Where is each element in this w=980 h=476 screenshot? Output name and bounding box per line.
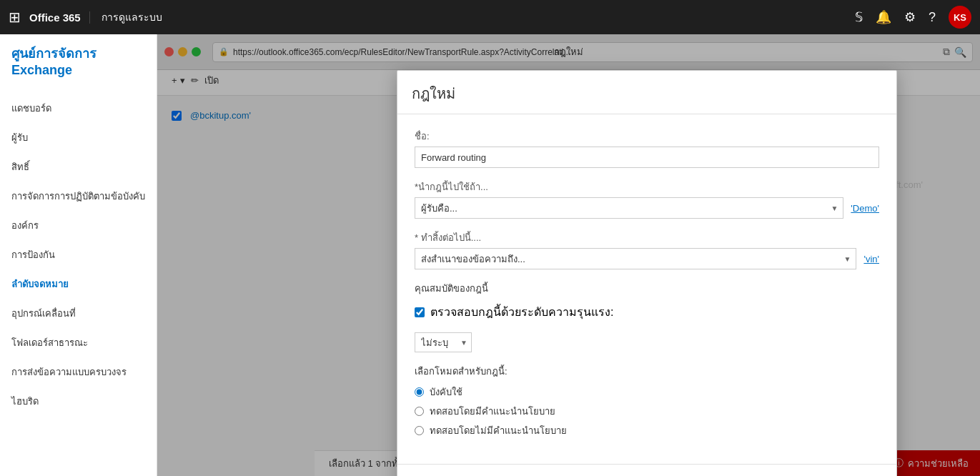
mode-title: เลือกโหมดสำหรับกฎนี้: <box>415 364 879 379</box>
dialog-title: กฎใหม่ <box>412 82 882 105</box>
audit-checkbox[interactable] <box>415 307 425 317</box>
help-icon[interactable]: ? <box>929 10 936 25</box>
name-input[interactable] <box>415 147 879 168</box>
new-rule-dialog: กฎใหม่ ชื่อ: *นำกฎนี้ไปใช้ถ้า... ผู้รับค… <box>397 70 897 476</box>
office-logo: Office 365 <box>29 11 90 24</box>
mode-label-1: ทดสอบโดยมีคำแนะนำนโยบาย <box>430 404 555 419</box>
audit-checkbox-row: ตรวจสอบกฎนี้ด้วยระดับความรุนแรง: <box>415 303 879 321</box>
action-row: ส่งสำเนาของข้อความถึง... ▼ 'vin' <box>415 248 879 269</box>
mode-label-2: ทดสอบโดยไม่มีคำแนะนำนโยบาย <box>430 423 567 438</box>
mode-section: เลือกโหมดสำหรับกฎนี้: บังคับใช้ ทดสอบโดย… <box>415 364 879 438</box>
action-select-wrap: ส่งสำเนาของข้อความถึง... ▼ <box>415 248 856 269</box>
sidebar-item-protection[interactable]: การป้องกัน <box>0 240 157 269</box>
dialog-body: ชื่อ: *นำกฎนี้ไปใช้ถ้า... ผู้รับคือ... ▼… <box>397 114 896 464</box>
topbar-icons: 𝕊 🔔 ⚙ ? KS <box>855 6 971 29</box>
action-label: * ทำสิ้งต่อไปนี้.... <box>415 230 879 245</box>
sidebar-item-rights[interactable]: สิทธิ์ <box>0 152 157 182</box>
main-layout: ศูนย์การจัดการ Exchange แดชบอร์ด ผู้รับ … <box>0 34 980 476</box>
mode-option-1: ทดสอบโดยมีคำแนะนำนโยบาย <box>415 404 879 419</box>
mode-radio-2[interactable] <box>415 426 424 435</box>
action-group: * ทำสิ้งต่อไปนี้.... ส่งสำเนาของข้อความถ… <box>415 230 879 269</box>
apply-link[interactable]: 'Demo' <box>851 203 879 214</box>
properties-title: คุณสมบัติของกฎนี้ <box>415 281 879 296</box>
apply-label: *นำกฎนี้ไปใช้ถ้า... <box>415 179 879 194</box>
mode-option-2: ทดสอบโดยไม่มีคำแนะนำนโยบาย <box>415 423 879 438</box>
content-area: กฎ การ... + ▾ ✏ เปิด @bckitup.com' ความถ… <box>157 34 980 476</box>
action-select[interactable]: ส่งสำเนาของข้อความถึง... <box>415 248 856 269</box>
sidebar: ศูนย์การจัดการ Exchange แดชบอร์ด ผู้รับ … <box>0 34 157 476</box>
properties-section: คุณสมบัติของกฎนี้ ตรวจสอบกฎนี้ด้วยระดับค… <box>415 281 879 352</box>
sidebar-item-recipients[interactable]: ผู้รับ <box>0 123 157 152</box>
mode-option-0: บังคับใช้ <box>415 385 879 400</box>
name-field-group: ชื่อ: <box>415 129 879 168</box>
sidebar-item-messaging[interactable]: การส่งข้อความแบบครบวงจร <box>0 357 157 387</box>
audit-label: ตรวจสอบกฎนี้ด้วยระดับความรุนแรง: <box>430 303 613 321</box>
dialog-footer: 9 บันทึก ยกเลก <box>397 464 896 476</box>
dialog-header: กฎใหม่ <box>397 71 896 114</box>
topbar: ⊞ Office 365 การดูแลระบบ 𝕊 🔔 ⚙ ? KS <box>0 0 980 34</box>
sidebar-item-dashboard[interactable]: แดชบอร์ด <box>0 94 157 123</box>
gear-icon[interactable]: ⚙ <box>904 9 916 25</box>
admin-title: การดูแลระบบ <box>102 9 162 25</box>
sidebar-item-compliance[interactable]: การจัดการการปฏิบัติตามข้อบังคับ <box>0 182 157 211</box>
grid-icon[interactable]: ⊞ <box>9 9 21 26</box>
action-link[interactable]: 'vin' <box>863 254 879 264</box>
apply-row: ผู้รับคือ... ▼ 'Demo' <box>415 197 879 219</box>
severity-select-wrap: ไม่ระบุ ▼ <box>415 332 472 352</box>
skype-icon[interactable]: 𝕊 <box>855 9 863 25</box>
sidebar-item-mobile[interactable]: อุปกรณ์เคลื่อนที่ <box>0 299 157 328</box>
severity-select[interactable]: ไม่ระบุ <box>415 332 472 352</box>
mode-radio-0[interactable] <box>415 387 424 397</box>
sidebar-title: ศูนย์การจัดการ Exchange <box>0 46 157 94</box>
avatar[interactable]: KS <box>949 6 971 29</box>
sidebar-item-mailflow[interactable]: ลำดับจดหมาย <box>0 269 157 299</box>
sidebar-item-publicfolders[interactable]: โฟลเดอร์สาธารณะ <box>0 328 157 357</box>
apply-if-group: *นำกฎนี้ไปใช้ถ้า... ผู้รับคือ... ▼ 'Demo… <box>415 179 879 219</box>
mode-label-0: บังคับใช้ <box>430 385 462 400</box>
sidebar-item-org[interactable]: องค์กร <box>0 211 157 240</box>
apply-select[interactable]: ผู้รับคือ... <box>415 197 843 219</box>
bell-icon[interactable]: 🔔 <box>876 9 891 25</box>
name-label: ชื่อ: <box>415 129 879 144</box>
sidebar-item-hybrid[interactable]: ไฮบริด <box>0 387 157 416</box>
mode-radio-1[interactable] <box>415 407 424 416</box>
apply-select-wrap: ผู้รับคือ... ▼ <box>415 197 843 219</box>
